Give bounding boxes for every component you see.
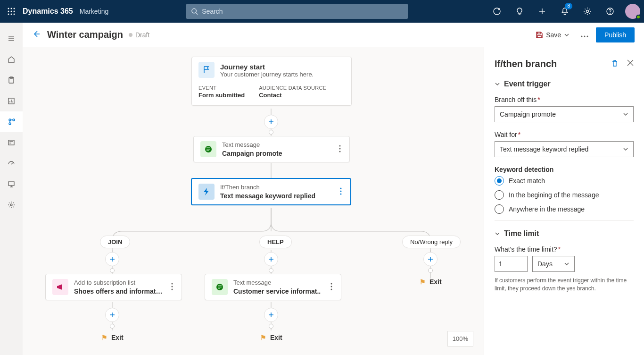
delete-button[interactable] — [611, 59, 619, 68]
svg-point-59 — [339, 151, 341, 152]
settings-icon[interactable] — [576, 0, 599, 23]
node-more-button[interactable] — [338, 186, 344, 198]
if-then-node[interactable]: If/Then branch Text message keyword repl… — [191, 178, 351, 205]
flag-icon — [198, 62, 215, 78]
svg-point-45 — [587, 35, 588, 37]
svg-point-71 — [172, 288, 173, 290]
plus-icon[interactable] — [531, 0, 553, 23]
exit-node: ⚑ Exit — [260, 334, 282, 341]
area-label[interactable]: Marketing — [80, 8, 108, 15]
app-launcher-icon[interactable] — [0, 0, 23, 23]
connector-stub — [269, 130, 273, 135]
wait-for-dropdown[interactable]: Text message keyword replied — [495, 141, 634, 157]
more-button[interactable] — [578, 28, 591, 42]
svg-point-39 — [10, 204, 12, 206]
text-message-node[interactable]: Text message Campaign promote — [193, 136, 350, 162]
section-time-limit[interactable]: Time limit — [495, 229, 634, 238]
radio-anywhere[interactable]: Anywhere in the message — [495, 204, 634, 214]
journey-canvas[interactable]: Journey start Your customer journey star… — [23, 47, 484, 355]
subscription-node[interactable]: Add to subscription list Shoes offers an… — [45, 274, 182, 300]
add-step-button[interactable] — [264, 308, 278, 322]
top-nav: Dynamics 365 Marketing 8 — [0, 0, 644, 23]
wait-for-label: Wait for* — [495, 131, 634, 138]
avatar[interactable] — [625, 4, 640, 19]
notification-badge: 8 — [565, 3, 572, 9]
lightning-icon — [198, 184, 215, 200]
svg-point-5 — [14, 11, 15, 12]
svg-point-8 — [14, 14, 15, 15]
svg-point-69 — [172, 283, 173, 284]
svg-point-73 — [331, 283, 332, 284]
back-button[interactable] — [32, 30, 41, 40]
svg-point-70 — [172, 286, 173, 287]
forms-icon[interactable] — [0, 132, 23, 153]
svg-point-57 — [339, 145, 341, 146]
presentation-icon[interactable] — [0, 174, 23, 194]
section-event-trigger[interactable]: Event trigger — [495, 80, 634, 88]
svg-point-74 — [331, 286, 332, 287]
svg-point-44 — [584, 35, 586, 37]
search-box[interactable] — [186, 4, 408, 19]
command-bar: Winter campaign Draft Save Publish — [23, 23, 644, 47]
svg-point-6 — [8, 14, 9, 15]
svg-rect-42 — [537, 35, 541, 38]
notification-icon[interactable]: 8 — [553, 0, 576, 23]
svg-line-35 — [11, 163, 13, 164]
close-button[interactable] — [627, 59, 634, 68]
add-step-button[interactable] — [264, 115, 278, 129]
node-more-button[interactable] — [169, 281, 175, 294]
svg-point-62 — [340, 193, 342, 194]
flag-icon: ⚑ — [260, 334, 266, 341]
zoom-indicator[interactable]: 100% — [447, 331, 473, 347]
node-more-button[interactable] — [337, 143, 343, 156]
save-button[interactable]: Save — [532, 28, 573, 42]
journey-start-node[interactable]: Journey start Your customer journey star… — [191, 57, 352, 106]
exit-node: ⚑ Exit — [420, 278, 442, 286]
svg-point-28 — [13, 119, 15, 121]
search-icon — [191, 8, 198, 15]
text-message-node-2[interactable]: Text message Customer service informat.. — [205, 274, 341, 300]
status-dot — [129, 33, 132, 37]
journey-icon[interactable] — [0, 111, 23, 132]
page-title: Winter campaign — [47, 29, 123, 40]
lightbulb-icon[interactable] — [508, 0, 531, 23]
branch-pill-nowrong[interactable]: No/Wrong reply — [402, 236, 461, 248]
chevron-down-icon — [495, 231, 500, 237]
branch-off-dropdown[interactable]: Campaign promote — [495, 106, 634, 122]
branch-pill-join[interactable]: JOIN — [100, 236, 130, 248]
svg-point-15 — [586, 10, 589, 13]
nav-toggle-icon[interactable] — [0, 28, 23, 49]
svg-rect-36 — [8, 182, 14, 186]
add-step-button[interactable] — [423, 252, 438, 266]
flag-icon: ⚑ — [420, 278, 426, 286]
assistant-icon[interactable] — [486, 0, 508, 23]
svg-point-27 — [9, 119, 11, 121]
branch-pill-help[interactable]: HELP — [259, 236, 292, 248]
help-icon[interactable] — [599, 0, 621, 23]
search-input[interactable] — [202, 8, 403, 15]
chevron-down-icon — [495, 81, 500, 87]
publish-button[interactable]: Publish — [596, 27, 635, 42]
add-step-button[interactable] — [264, 252, 278, 266]
svg-point-60 — [340, 187, 342, 189]
clipboard-icon[interactable] — [0, 70, 23, 91]
analytics-icon[interactable] — [0, 91, 23, 111]
radio-beginning[interactable]: In the begining of the message — [495, 190, 634, 200]
panel-title: If/then branch — [495, 59, 557, 69]
svg-rect-32 — [8, 140, 14, 145]
help-text: If customers perform the event trigger w… — [495, 277, 634, 293]
svg-point-0 — [8, 8, 9, 9]
home-icon[interactable] — [0, 49, 23, 70]
time-value-input[interactable] — [495, 256, 528, 272]
add-step-button[interactable] — [105, 308, 119, 322]
add-step-button[interactable] — [105, 252, 119, 266]
gear-icon[interactable] — [0, 194, 23, 215]
time-unit-dropdown[interactable]: Days — [532, 256, 575, 272]
chevron-down-icon — [623, 146, 628, 152]
speedometer-icon[interactable] — [0, 153, 23, 174]
radio-exact-match[interactable]: Exact match — [495, 176, 634, 186]
exit-node: ⚑ Exit — [101, 334, 124, 341]
node-more-button[interactable] — [329, 281, 334, 294]
presence-indicator — [636, 15, 641, 19]
svg-point-7 — [11, 14, 12, 15]
